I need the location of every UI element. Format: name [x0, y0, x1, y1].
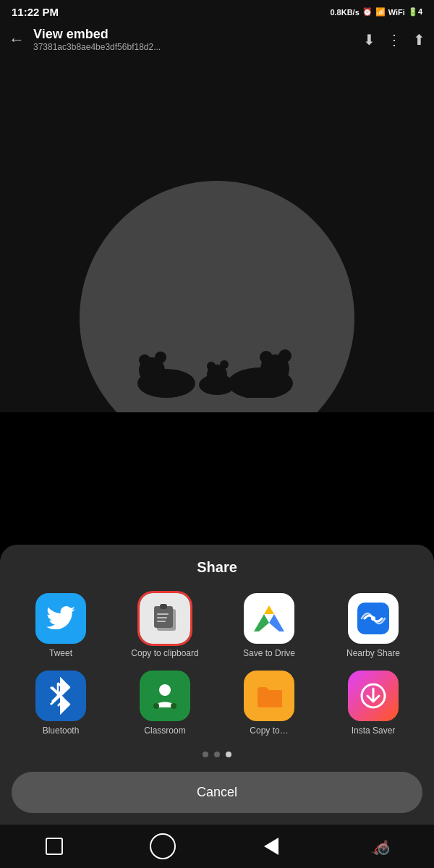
app-item-bluetooth[interactable]: Bluetooth: [12, 671, 110, 737]
app-label-nearby: Nearby Share: [346, 648, 400, 660]
nav-accessibility-button[interactable]: 🦽: [365, 832, 394, 861]
svg-point-3: [155, 352, 166, 363]
app-item-instasaver[interactable]: Insta Saver: [324, 671, 422, 737]
svg-rect-17: [157, 621, 166, 622]
svg-marker-19: [254, 614, 269, 631]
app-label-instasaver: Insta Saver: [352, 726, 396, 737]
back-button[interactable]: ←: [9, 30, 25, 49]
battery-icon: 🔋4: [408, 7, 422, 17]
app-label-clipboard: Copy to clipboard: [131, 648, 198, 660]
app-label-classroom: Classroom: [144, 726, 185, 737]
app-label-drive: Save to Drive: [243, 648, 295, 660]
svg-rect-14: [160, 604, 167, 609]
nav-square-button[interactable]: [40, 832, 69, 861]
app-item-drive[interactable]: Save to Drive: [220, 593, 318, 660]
status-icons: 0.8KB/s ⏰ 📶 WiFi 🔋4: [330, 7, 422, 17]
toolbar-actions: ⬇ ⋮ ⬆: [363, 31, 425, 48]
share-sheet: Share Tweet: [0, 545, 434, 825]
share-icon[interactable]: ⋮: [387, 31, 401, 48]
app-item-classroom[interactable]: Classroom: [116, 671, 214, 737]
page-dots: [12, 752, 422, 757]
dot-2: [214, 752, 220, 757]
cancel-button[interactable]: Cancel: [12, 772, 422, 813]
app-item-tweet[interactable]: Tweet: [12, 593, 110, 660]
app-item-nearby[interactable]: Nearby Share: [324, 593, 422, 660]
download-icon[interactable]: ⬇: [363, 31, 375, 48]
app-label-tweet: Tweet: [49, 648, 72, 660]
svg-point-10: [207, 362, 216, 370]
app-icon-clipboard: [140, 593, 190, 644]
svg-point-30: [153, 703, 159, 709]
background-area: [0, 0, 434, 412]
app-icon-copyto: [244, 671, 294, 721]
status-bar: 11:22 PM 0.8KB/s ⏰ 📶 WiFi 🔋4: [0, 0, 434, 21]
accessibility-icon: 🦽: [370, 837, 390, 856]
svg-marker-21: [264, 605, 274, 614]
signal-icon: 📶: [375, 7, 386, 17]
app-icon-classroom: [140, 671, 190, 721]
svg-point-6: [260, 351, 273, 364]
svg-point-31: [171, 703, 176, 709]
title-area: View embed 37381ac3b8ae4be3df56bf18d2...: [33, 27, 363, 52]
clock-icon: ⏰: [362, 7, 373, 17]
app-icon-bluetooth: [35, 671, 86, 721]
nav-bar: 🦽: [0, 825, 434, 868]
silhouette-art: [109, 326, 326, 398]
dot-1: [203, 752, 208, 757]
svg-point-7: [278, 349, 292, 362]
app-grid: Tweet Copy to clipboard: [12, 593, 422, 737]
svg-point-11: [220, 360, 229, 369]
svg-point-2: [139, 354, 150, 366]
speed-indicator: 0.8KB/s: [330, 8, 359, 17]
nav-home-button[interactable]: [148, 832, 177, 861]
page-title: View embed: [33, 27, 363, 42]
page-subtitle: 37381ac3b8ae4be3df56bf18d2...: [33, 42, 363, 52]
app-item-clipboard[interactable]: Copy to clipboard: [116, 593, 214, 660]
app-icon-drive: [244, 593, 294, 644]
svg-point-29: [159, 684, 171, 696]
nav-triangle-icon: [264, 838, 278, 855]
app-icon-nearby: [348, 593, 399, 644]
app-label-copyto: Copy to…: [250, 726, 288, 737]
wifi-icon: WiFi: [388, 8, 405, 17]
open-external-icon[interactable]: ⬆: [413, 31, 425, 48]
top-bar: ← View embed 37381ac3b8ae4be3df56bf18d2.…: [0, 21, 434, 58]
nav-back-button[interactable]: [257, 832, 286, 861]
app-label-bluetooth: Bluetooth: [43, 726, 80, 737]
status-time: 11:22 PM: [12, 6, 59, 18]
svg-point-24: [371, 616, 375, 621]
dot-3: [226, 752, 231, 757]
app-icon-instasaver: [348, 671, 399, 721]
nav-square-icon: [46, 838, 63, 855]
svg-marker-20: [269, 614, 284, 631]
share-title: Share: [12, 559, 422, 576]
nav-circle-icon: [150, 833, 176, 859]
app-item-copyto[interactable]: Copy to…: [220, 671, 318, 737]
app-icon-twitter: [35, 593, 86, 644]
svg-rect-16: [157, 617, 167, 618]
svg-rect-15: [157, 613, 169, 615]
